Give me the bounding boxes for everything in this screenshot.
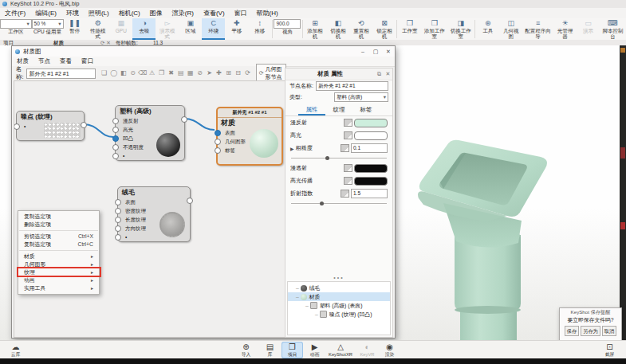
menu-item-delete-selected[interactable]: 删除选定项: [18, 221, 99, 229]
texture-map-icon[interactable]: [341, 144, 349, 152]
menu-image[interactable]: 图像: [145, 8, 167, 18]
node-fuzz[interactable]: 绒毛 表面 密度纹理 长度纹理 方向纹理 •: [117, 186, 191, 242]
tab-material[interactable]: 材质: [53, 40, 64, 45]
material-graph-titlebar[interactable]: 材质图 – ▢ ✕: [12, 46, 395, 57]
texture-map-icon[interactable]: [344, 131, 352, 139]
panel-refresh-close-icons[interactable]: ⟳ ✕: [100, 40, 111, 45]
windows-taskbar[interactable]: [0, 358, 626, 364]
tab-project[interactable]: 项目: [3, 40, 14, 45]
gpu-button[interactable]: ▦ GPU: [109, 18, 132, 40]
texture-map-icon[interactable]: [344, 119, 352, 127]
animation-button[interactable]: ▶ 动画: [304, 342, 325, 358]
texture-map-icon[interactable]: [341, 190, 349, 198]
minimize-button[interactable]: –: [356, 49, 369, 54]
light-manager-button[interactable]: ☀ 光管理器: [553, 18, 577, 40]
library-button[interactable]: ▤ 库: [259, 342, 281, 358]
tree-item-noise[interactable]: – 噪点 (纹理) (凹凸): [288, 310, 390, 319]
node-graph-canvas[interactable]: 噪点 (纹理) • 塑料 (高级) 漫反射 高光 凹凸 不透明度 • 新外壳 #…: [14, 80, 288, 338]
menu-edit[interactable]: 编辑(E): [30, 8, 61, 18]
extra-port[interactable]: [115, 234, 121, 241]
mg-menu-node[interactable]: 节点: [33, 57, 55, 66]
node-noise-texture[interactable]: 噪点 (纹理) •: [16, 111, 85, 141]
import-button[interactable]: ⊕ 导入: [235, 342, 257, 358]
fov-control[interactable]: 900.0 视角: [274, 18, 301, 40]
material-name-input[interactable]: 新外壳 #1 #2 #1: [26, 68, 95, 79]
warning-icon[interactable]: ⚠: [148, 68, 157, 78]
menu-camera[interactable]: 相机(C): [114, 8, 145, 18]
screenshot-button[interactable]: ⊡ 截屏: [599, 342, 620, 358]
preview-sphere-icon[interactable]: ◯: [109, 68, 119, 78]
zoom-out-icon[interactable]: ⊟: [234, 68, 243, 78]
tree-item-material[interactable]: – 材质: [288, 292, 390, 301]
tab-properties[interactable]: 属性: [298, 104, 325, 115]
node-plastic-advanced[interactable]: 塑料 (高级) 漫反射 高光 凹凸 不透明度 •: [115, 105, 185, 161]
specular-spread-color-swatch[interactable]: [354, 177, 388, 186]
output-port[interactable]: [181, 116, 187, 123]
close-icon[interactable]: ✕: [384, 71, 392, 77]
tab-labels[interactable]: 标签: [352, 104, 380, 115]
project-button[interactable]: ❒ 项目: [282, 342, 303, 358]
menu-file[interactable]: 文件(F): [0, 8, 30, 18]
tools-button[interactable]: ⊛ 工具: [476, 18, 499, 40]
cloud-library-button[interactable]: ☁ 云库: [5, 342, 26, 358]
surface-port[interactable]: [115, 199, 121, 205]
tumble-button[interactable]: C 环绕: [202, 18, 225, 40]
geometry-port[interactable]: [215, 139, 221, 145]
layout-icon[interactable]: ▤: [176, 68, 186, 78]
region-button[interactable]: ▣ 区域: [179, 18, 202, 40]
specular-port[interactable]: [112, 127, 119, 133]
menu-window[interactable]: 窗口: [230, 8, 252, 18]
menu-environment[interactable]: 环境: [61, 8, 84, 18]
extra-port[interactable]: [112, 153, 119, 159]
grid-icon[interactable]: ▦: [186, 68, 195, 78]
label-port[interactable]: [215, 147, 221, 154]
type-dropdown[interactable]: 塑料 (高级)▾: [334, 92, 388, 102]
tree-item-plastic[interactable]: – 塑料 (高级) (表面): [288, 301, 390, 310]
tree-item-fuzz[interactable]: – 绒毛: [288, 284, 390, 292]
opacity-port[interactable]: [112, 144, 119, 151]
menu-item-texture[interactable]: 纹理▸: [18, 268, 99, 276]
render-button[interactable]: ◉ 渲染: [379, 342, 400, 358]
delete-icon[interactable]: ✖: [167, 68, 176, 78]
menu-view[interactable]: 查看(V): [199, 8, 230, 18]
script-console-button[interactable]: ⌨ 脚本控制台: [600, 18, 626, 40]
ior-slider[interactable]: [291, 200, 387, 207]
surface-port[interactable]: [215, 130, 221, 136]
focus-icon[interactable]: ⊙: [128, 68, 138, 78]
menu-help[interactable]: 帮助(H): [252, 8, 283, 18]
add-camera-button[interactable]: ⊞ 添加相机: [303, 18, 326, 40]
pan-button[interactable]: ✚ 平移: [225, 18, 248, 40]
workspace-dropdown[interactable]: ▾: [0, 19, 32, 29]
specular-color-swatch[interactable]: [354, 131, 388, 140]
menu-item-duplicate-selected[interactable]: 复制选定项: [18, 213, 99, 221]
texture-map-icon[interactable]: [344, 164, 352, 172]
close-button[interactable]: ✕: [382, 49, 395, 55]
node-name-input[interactable]: 新外壳 #1 #2 #1: [316, 81, 388, 91]
switch-camera-button[interactable]: ◧ 切换相机: [326, 18, 349, 40]
input-port[interactable]: [14, 123, 20, 130]
workspace-select[interactable]: ▾ 工作区: [0, 18, 32, 40]
dolly-button[interactable]: ↕ 推移: [248, 18, 271, 40]
menu-item-geometry[interactable]: 几何图形▸: [18, 260, 99, 268]
maximize-button[interactable]: ▢: [369, 49, 382, 55]
node-material-root[interactable]: 新外壳 #1 #2 #1 材质 表面 几何图形 标签: [216, 107, 283, 166]
menu-item-animation[interactable]: 动画▸: [18, 276, 99, 284]
geometry-view-button[interactable]: ◫ 几何视图: [499, 18, 522, 40]
zoom-in-icon[interactable]: ⊞: [224, 68, 234, 78]
cpu-usage-dropdown[interactable]: 50 %▾: [32, 19, 64, 29]
keyvr-button[interactable]: ◐ KeyVR: [356, 342, 378, 358]
reset-camera-button[interactable]: ⟲ 重置相机: [349, 18, 372, 40]
diffuse-port[interactable]: [112, 118, 119, 124]
duplicate-icon[interactable]: ❐: [157, 68, 167, 78]
direction-texture-port[interactable]: [115, 225, 121, 232]
lock-camera-button[interactable]: ⊠ 锁定相机: [372, 18, 396, 40]
fov-value-field[interactable]: 900.0: [274, 19, 301, 29]
performance-mode-button[interactable]: ⚙ 性能模式: [86, 18, 109, 40]
mg-menu-view[interactable]: 查看: [55, 57, 77, 66]
bump-port[interactable]: [112, 135, 119, 142]
menu-lighting[interactable]: 照明(L): [84, 8, 114, 18]
keyshotxr-button[interactable]: △ KeyShotXR: [326, 342, 355, 358]
ior-value-field[interactable]: 1.5: [351, 189, 388, 198]
transmission-color-swatch[interactable]: [354, 164, 388, 173]
menu-item-utilities[interactable]: 实用工具▸: [18, 284, 99, 292]
